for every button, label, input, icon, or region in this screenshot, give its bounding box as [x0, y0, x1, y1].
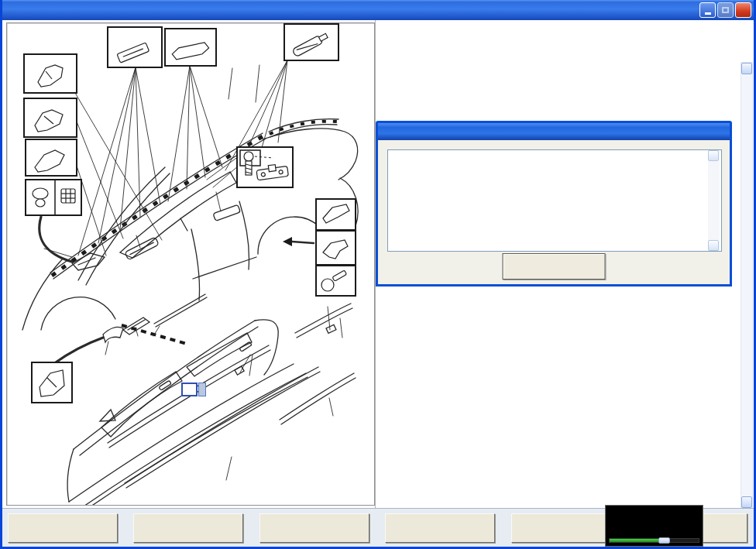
app-window: [0, 0, 756, 549]
minimize-icon: [705, 12, 711, 15]
add-part-button: [259, 513, 369, 543]
diagram-panel: [6, 22, 375, 506]
notes-scroll-up-icon[interactable]: [708, 150, 719, 161]
ok-button[interactable]: [503, 253, 606, 280]
notes-scroll-down-icon[interactable]: [708, 240, 719, 251]
scroll-down-icon[interactable]: [741, 496, 752, 508]
tooltip-fig-box[interactable]: [181, 383, 198, 396]
media-progress-track[interactable]: [609, 538, 699, 543]
title-bar: [0, 0, 756, 20]
notes-text[interactable]: [387, 149, 722, 252]
media-progress-fill: [610, 539, 662, 542]
unzoom-button[interactable]: [8, 513, 118, 543]
help-button[interactable]: [133, 513, 243, 543]
part-tooltip: [181, 383, 206, 396]
table-scrollbar[interactable]: [741, 62, 753, 508]
maximize-icon: [722, 7, 729, 13]
notes-scrollbar[interactable]: [708, 150, 720, 251]
tooltip-label: [198, 383, 206, 396]
minimize-button[interactable]: [699, 2, 716, 18]
close-button[interactable]: [735, 2, 751, 18]
media-popup: [605, 505, 703, 547]
parts-diagram: [7, 23, 374, 505]
notes-dialog: [376, 121, 732, 287]
maximize-button[interactable]: [717, 2, 734, 18]
media-progress-thumb[interactable]: [658, 537, 670, 544]
window-content: [2, 20, 754, 547]
scroll-up-icon[interactable]: [741, 63, 752, 74]
parts-list-button[interactable]: [385, 513, 495, 543]
notes-dialog-title: [378, 123, 730, 140]
parts-panel: [376, 20, 754, 508]
